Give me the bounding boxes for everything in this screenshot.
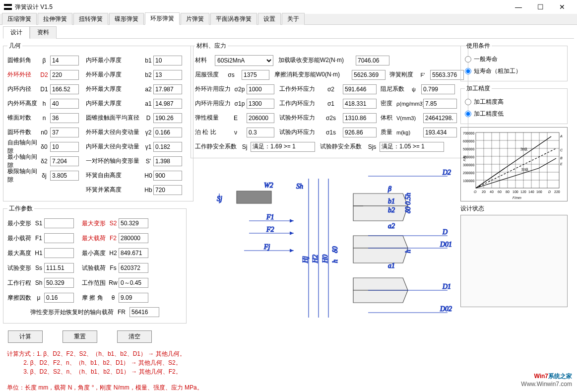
clear-button[interactable]: 清空 <box>117 330 152 343</box>
yield-input[interactable] <box>242 70 269 80</box>
mass-input[interactable] <box>423 128 457 137</box>
geom-in-0[interactable] <box>50 56 79 65</box>
work-params-group: 工作参数 最小变形S1最大变形S2最小载荷F1最大载荷F2最大高度H1最小高度H… <box>3 204 187 324</box>
s1s-input[interactable] <box>343 128 377 137</box>
work-in-3[interactable] <box>44 263 74 273</box>
material-select[interactable]: 60Si2MnA <box>215 55 273 66</box>
main-tab-7[interactable]: 设置 <box>258 13 281 25</box>
sub-tab-0[interactable]: 设计 <box>3 26 30 39</box>
work-in2-1[interactable] <box>119 233 148 243</box>
cond-general-label: 一般寿命 <box>474 55 498 64</box>
geom-in2-3[interactable] <box>153 99 182 109</box>
cond-short-radio[interactable] <box>465 68 471 74</box>
spring-diagram: W2 Sj Sh F1 F2 Fj Hj H2 H0 δ0 h <box>191 161 456 320</box>
work-lbl2-5: 摩 擦 角 <box>82 294 108 302</box>
work-lbl-3: 试验变形 <box>7 264 33 272</box>
w2-input[interactable] <box>356 56 389 65</box>
svg-text:A: A <box>560 134 563 138</box>
geom-in-2[interactable] <box>50 84 79 94</box>
geom-in-7[interactable] <box>50 156 79 166</box>
geom-in-1[interactable] <box>50 70 79 80</box>
work-sym2-4: Rw <box>108 279 119 286</box>
work-in-2[interactable] <box>44 248 74 258</box>
geom-sym2-0: b1 <box>143 57 153 64</box>
calc-button[interactable]: 计算 <box>8 330 43 343</box>
work-in2-2[interactable] <box>119 248 148 258</box>
cond-general-radio[interactable] <box>465 56 471 63</box>
work-lbl2-3: 试验载荷 <box>82 264 108 272</box>
geom-in2-6[interactable] <box>153 142 182 152</box>
geom-in2-5[interactable] <box>153 128 182 137</box>
reset-button[interactable]: 重置 <box>63 330 97 343</box>
sj-input[interactable] <box>251 142 315 152</box>
work-sym-3: Ss <box>33 264 44 271</box>
geom-in-6[interactable] <box>50 142 79 152</box>
fr-label: 弹性变形开始恢复时的轴向载荷 <box>30 308 114 317</box>
geom-in2-1[interactable] <box>153 70 182 80</box>
geom-in2-8[interactable] <box>153 171 182 181</box>
geom-in2-4[interactable] <box>153 113 182 123</box>
sjs-input[interactable] <box>380 142 444 152</box>
fr-symbol: FR <box>118 309 126 316</box>
fr-input[interactable] <box>129 307 159 317</box>
load-deflection-graph: 7000006000005000004000003000002000001000… <box>460 127 568 201</box>
main-tab-8[interactable]: 关于 <box>282 13 305 25</box>
mass-label: 质量 <box>381 128 396 136</box>
work-in-1[interactable] <box>44 233 74 243</box>
geom-in2-0[interactable] <box>153 56 182 65</box>
geom-in-4[interactable] <box>50 113 79 123</box>
s2s-input[interactable] <box>343 113 377 123</box>
close-button[interactable]: ✕ <box>551 0 573 14</box>
main-tab-4[interactable]: 环形弹簧 <box>145 12 180 25</box>
pois-label: 泊 松 比 <box>195 128 225 136</box>
geom-lbl-0: 圆锥斜角 <box>7 56 38 65</box>
main-tab-5[interactable]: 片弹簧 <box>181 13 209 25</box>
emod-input[interactable] <box>247 113 274 123</box>
main-tab-0[interactable]: 压缩弹簧 <box>2 13 37 25</box>
main-tab-3[interactable]: 碟形弹簧 <box>109 13 144 25</box>
main-tab-6[interactable]: 平面涡卷弹簧 <box>210 13 257 25</box>
work-in-0[interactable] <box>44 218 74 228</box>
s2p-input[interactable] <box>247 84 274 94</box>
geom-in2-7[interactable] <box>153 156 182 166</box>
s1p-input[interactable] <box>247 99 274 109</box>
minimize-button[interactable]: — <box>508 0 529 14</box>
s2s-sym: σ2s <box>319 115 343 122</box>
work-in-5[interactable] <box>44 293 74 303</box>
main-tab-2[interactable]: 扭转弹簧 <box>73 13 108 25</box>
damp-input[interactable] <box>421 84 455 94</box>
w0-input[interactable] <box>352 70 385 80</box>
svg-text:300000: 300000 <box>463 163 474 167</box>
svg-text:h: h <box>331 260 339 263</box>
w0-label: 摩擦消耗变形能W0(N·m) <box>274 70 352 79</box>
maximize-button[interactable]: ☐ <box>529 0 551 14</box>
s2-input[interactable] <box>343 84 377 94</box>
geom-lbl2-1: 外环最小厚度 <box>86 70 143 79</box>
geom-sym2-5: γ2 <box>143 129 153 136</box>
work-in2-4[interactable] <box>119 278 148 288</box>
geom-in-3[interactable] <box>50 99 79 109</box>
svg-text:卸载: 卸载 <box>521 168 528 171</box>
s1-input[interactable] <box>343 99 377 109</box>
geom-in-8[interactable] <box>50 171 79 181</box>
geom-in2-9[interactable] <box>153 185 182 195</box>
work-in-4[interactable] <box>44 278 74 288</box>
work-in2-3[interactable] <box>119 263 148 273</box>
main-tab-1[interactable]: 拉伸弹簧 <box>38 13 72 25</box>
dens-input[interactable] <box>423 99 457 109</box>
work-sym-1: F1 <box>33 235 44 242</box>
work-in2-0[interactable] <box>119 218 148 228</box>
svg-text:加载: 加载 <box>520 147 527 151</box>
vol-input[interactable] <box>423 113 457 123</box>
geom-in2-2[interactable] <box>153 84 182 94</box>
prec-low-radio[interactable] <box>465 111 471 117</box>
svg-marker-24 <box>353 248 408 263</box>
sub-tab-1[interactable]: 资料 <box>30 26 57 39</box>
work-in2-5[interactable] <box>119 293 148 303</box>
svg-marker-0 <box>237 191 271 203</box>
prec-high-radio[interactable] <box>465 99 471 105</box>
geom-in-5[interactable] <box>50 128 79 137</box>
pois-input[interactable] <box>247 128 274 137</box>
svg-text:600000: 600000 <box>463 139 474 143</box>
stiff-input[interactable] <box>430 70 464 80</box>
